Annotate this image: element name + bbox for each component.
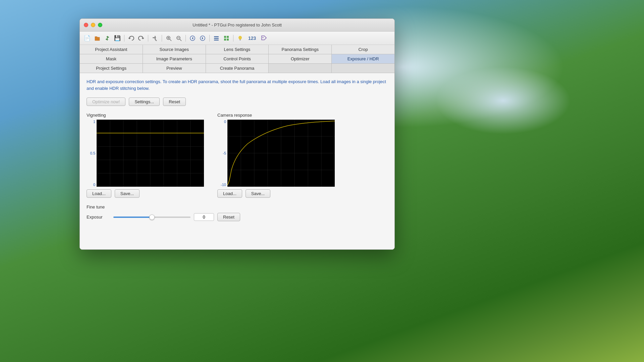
svg-rect-2 — [155, 39, 157, 41]
svg-rect-21 — [239, 40, 241, 40]
charts-section: Vignetting 1 0.5 0 — [87, 113, 388, 198]
vignetting-y-axis: 1 0.5 0 — [87, 120, 97, 187]
vignetting-title: Vignetting — [87, 113, 204, 118]
reset-button[interactable]: Reset — [163, 98, 186, 106]
tab-create-panorama[interactable]: Create Panorama — [206, 64, 269, 73]
optimize-now-button[interactable]: Optimize now! — [87, 98, 125, 106]
camera-response-title: Camera response — [217, 113, 335, 118]
svg-rect-19 — [224, 39, 226, 41]
tab-project-assistant[interactable]: Project Assistant — [80, 45, 143, 54]
y-label-0: 0 — [93, 183, 95, 187]
lightbulb-icon[interactable] — [236, 34, 244, 42]
zoom-in-icon[interactable] — [165, 34, 173, 42]
next-icon[interactable] — [199, 34, 207, 42]
tab-optimizer[interactable]: Optimizer — [269, 54, 332, 63]
toolbar-separator-1 — [124, 35, 124, 42]
svg-rect-1 — [155, 36, 156, 39]
svg-rect-15 — [214, 38, 219, 39]
prev-icon[interactable] — [189, 34, 197, 42]
exposure-slider-fill — [113, 217, 152, 218]
tab-lens-settings[interactable]: Lens Settings — [206, 45, 269, 54]
tab-panorama-settings[interactable]: Panorama Settings — [269, 45, 332, 54]
tab-crop[interactable]: Crop — [332, 45, 394, 54]
tools-icon[interactable] — [151, 34, 159, 42]
vignetting-save-button[interactable]: Save... — [115, 189, 140, 198]
tab-empty-1 — [269, 64, 332, 73]
exposure-slider-thumb[interactable] — [149, 215, 155, 220]
vignetting-chart: Vignetting 1 0.5 0 — [87, 113, 204, 198]
open-icon[interactable] — [93, 34, 101, 42]
grid-icon[interactable] — [222, 34, 230, 42]
exposure-row: Exposur Reset — [87, 213, 388, 221]
y-label-neg10: -10 — [221, 183, 226, 187]
y-label-0: 0 — [224, 120, 226, 124]
fine-tune-section: Fine tune Exposur Reset — [87, 204, 388, 221]
tab-row-2: Mask Image Parameters Control Points Opt… — [80, 54, 394, 64]
camera-response-svg — [227, 120, 335, 187]
svg-rect-18 — [227, 36, 229, 38]
y-label-1: 1 — [93, 120, 95, 124]
camera-response-y-axis: 0 -5 -10 — [217, 120, 227, 187]
sync-icon[interactable] — [103, 34, 111, 42]
navigation-tabs: Project Assistant Source Images Lens Set… — [80, 45, 394, 73]
tab-empty-2 — [332, 64, 394, 73]
numbers-icon[interactable]: 123 — [246, 35, 258, 42]
tab-exposure-hdr[interactable]: Exposure / HDR — [332, 54, 394, 63]
svg-line-8 — [180, 39, 181, 41]
svg-rect-16 — [214, 40, 219, 41]
action-buttons: Optimize now! Settings... Reset — [87, 98, 388, 106]
fine-tune-reset-button[interactable]: Reset — [217, 213, 240, 221]
exposure-label: Exposur — [87, 215, 110, 220]
camera-response-chart: Camera response 0 -5 -10 — [217, 113, 335, 198]
svg-rect-14 — [214, 36, 219, 37]
description-text: HDR and exposure correction settings. To… — [87, 78, 388, 92]
zoom-out-icon[interactable] — [175, 34, 183, 42]
vignetting-chart-area: 1 0.5 0 — [87, 120, 204, 187]
save-icon[interactable]: 💾 — [113, 34, 121, 42]
maximize-button[interactable] — [98, 23, 102, 27]
svg-line-4 — [170, 39, 171, 41]
window-title: Untitled * - PTGui Pro registered to Joh… — [193, 22, 282, 27]
vignetting-svg — [97, 120, 204, 187]
camera-response-load-button[interactable]: Load... — [217, 189, 242, 198]
content-area: HDR and exposure correction settings. To… — [80, 73, 394, 250]
fine-tune-title: Fine tune — [87, 204, 388, 209]
svg-point-23 — [263, 37, 264, 38]
y-label-neg5: -5 — [223, 151, 226, 155]
camera-response-area: 0 -5 -10 — [217, 120, 335, 187]
minimize-button[interactable] — [91, 23, 95, 27]
tab-source-images[interactable]: Source Images — [143, 45, 206, 54]
toolbar-separator-3 — [162, 35, 162, 42]
redo-icon[interactable] — [137, 34, 145, 42]
undo-icon[interactable] — [127, 34, 135, 42]
camera-response-buttons: Load... Save... — [217, 189, 335, 198]
tab-project-settings[interactable]: Project Settings — [80, 64, 143, 73]
svg-rect-17 — [224, 36, 226, 38]
toolbar-separator-4 — [185, 35, 186, 42]
layers-icon[interactable] — [212, 34, 220, 42]
tab-preview[interactable]: Preview — [143, 64, 206, 73]
svg-rect-22 — [240, 40, 241, 41]
tab-control-points[interactable]: Control Points — [206, 54, 269, 63]
settings-button[interactable]: Settings... — [129, 98, 160, 106]
toolbar-separator-5 — [209, 35, 210, 42]
new-file-icon[interactable]: 📄 — [83, 34, 91, 42]
tab-row-1: Project Assistant Source Images Lens Set… — [80, 45, 394, 54]
camera-response-save-button[interactable]: Save... — [246, 189, 270, 198]
traffic-lights — [84, 23, 102, 27]
toolbar: 📄 💾 — [80, 32, 394, 45]
close-button[interactable] — [84, 23, 88, 27]
tag-icon[interactable] — [260, 34, 268, 42]
toolbar-separator-2 — [148, 35, 148, 42]
vignetting-buttons: Load... Save... — [87, 189, 204, 198]
toolbar-separator-6 — [233, 35, 233, 42]
main-window: Untitled * - PTGui Pro registered to Joh… — [79, 18, 395, 250]
tab-image-parameters[interactable]: Image Parameters — [143, 54, 206, 63]
vignetting-load-button[interactable]: Load... — [87, 189, 111, 198]
svg-rect-20 — [227, 39, 229, 41]
exposure-value-input[interactable] — [194, 213, 214, 221]
exposure-slider-container[interactable] — [113, 214, 191, 221]
svg-marker-13 — [202, 37, 203, 40]
tab-mask[interactable]: Mask — [80, 54, 143, 63]
tab-row-3: Project Settings Preview Create Panorama — [80, 64, 394, 73]
